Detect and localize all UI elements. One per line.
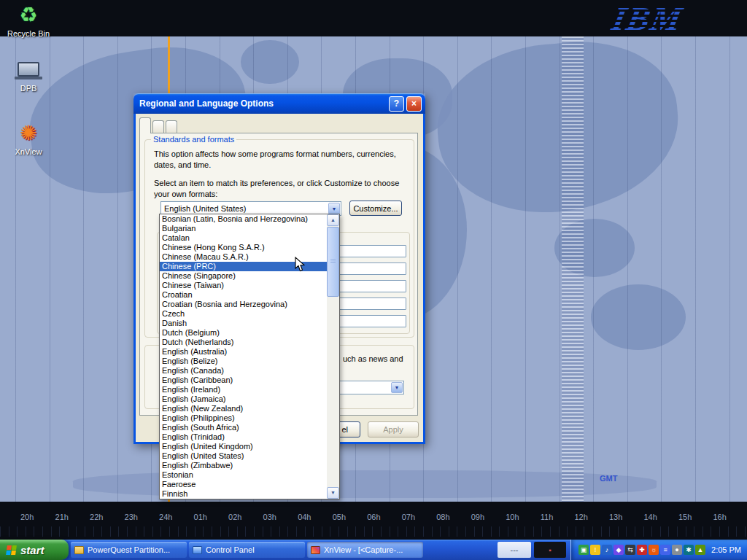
language-bar-icon[interactable]: ✱: [684, 545, 694, 555]
hour-label: 06h: [367, 513, 380, 521]
list-item[interactable]: Finnish: [160, 489, 327, 499]
xnview-icon: [311, 546, 320, 554]
hour-label: 01h: [194, 513, 207, 521]
list-item[interactable]: English (Trinidad): [160, 432, 327, 442]
list-item[interactable]: English (Australia): [160, 347, 327, 357]
mute-icon[interactable]: ●: [672, 545, 682, 555]
network-icon[interactable]: ⇆: [625, 545, 635, 555]
windows-flag-icon: [6, 545, 17, 555]
list-item[interactable]: English (United States): [160, 451, 327, 461]
graphics-utility-icon[interactable]: ▣: [578, 545, 589, 555]
timezone-hatched-band: [562, 36, 584, 502]
list-item[interactable]: English (New Zealand): [160, 404, 327, 413]
hour-label: 05h: [333, 513, 346, 521]
gmt-label: GMT: [600, 474, 617, 483]
folder-icon: [74, 546, 84, 554]
tab[interactable]: [166, 120, 177, 133]
location-text-fragment: uch as news and: [343, 354, 403, 363]
list-item[interactable]: Chinese (Hong Kong S.A.R.): [160, 243, 327, 252]
help-button[interactable]: ?: [389, 96, 404, 112]
list-item[interactable]: Bulgarian: [160, 224, 327, 233]
laptop-icon: [4, 57, 53, 82]
hour-label: 12h: [574, 513, 587, 521]
task-button[interactable]: XnView - [<Capture-...: [307, 542, 423, 558]
scroll-down-icon[interactable]: ▼: [327, 487, 339, 499]
list-item[interactable]: English (Zimbabwe): [160, 461, 327, 470]
list-item[interactable]: English (Canada): [160, 366, 327, 376]
volume-icon[interactable]: ♪: [602, 545, 612, 555]
dialog-title: Regional and Language Options: [139, 98, 387, 109]
list-item[interactable]: Bosnian (Latin, Bosnia and Herzegovina): [160, 214, 327, 224]
list-scrollbar[interactable]: ▲ ▼: [327, 214, 339, 499]
dialog-tabs: [139, 117, 179, 133]
security-alert-icon[interactable]: !: [590, 545, 600, 555]
format-dropdown-list: Bosnian (Latin, Bosnia and Herzegovina)B…: [159, 214, 340, 499]
hour-label: 15h: [678, 513, 692, 521]
list-item[interactable]: Catalan: [160, 233, 327, 243]
scrollbar-thumb[interactable]: [327, 227, 339, 297]
list-item[interactable]: English (Belize): [160, 357, 327, 366]
list-item[interactable]: Chinese (Taiwan): [160, 281, 327, 290]
standards-instruction: Select an item to match its preferences,…: [154, 178, 411, 199]
list-item[interactable]: Croatian: [160, 290, 327, 300]
list-item[interactable]: English (Jamaica): [160, 394, 327, 404]
hour-label: 23h: [125, 513, 138, 521]
close-button[interactable]: ×: [406, 96, 422, 112]
hour-label: 10h: [506, 513, 519, 521]
xnview-app-icon: ✺: [4, 120, 53, 145]
hour-label: 11h: [541, 513, 554, 521]
list-item[interactable]: English (Philippines): [160, 413, 327, 423]
system-tray: ▣!♪◆⇆✚☼≡●✱▲ 2:05 PM: [570, 540, 747, 560]
list-item[interactable]: Dutch (Netherlands): [160, 338, 327, 347]
removable-device-icon[interactable]: ▲: [695, 545, 705, 555]
task-buttons: PowerQuest Partition... Control Panel Xn…: [69, 542, 423, 558]
tray-icons: ▣!♪◆⇆✚☼≡●✱▲: [578, 545, 705, 555]
list-item[interactable]: Czech: [160, 309, 327, 319]
list-item[interactable]: Dutch (Belgium): [160, 328, 327, 338]
taskbar-overflow-button[interactable]: ---: [498, 542, 531, 558]
hour-ruler-ticks: [0, 526, 747, 537]
list-item[interactable]: English (United Kingdom): [160, 442, 327, 451]
list-item[interactable]: Faeroese: [160, 480, 327, 489]
recycle-bin-icon: ♻: [4, 2, 53, 27]
customize-button[interactable]: Customize...: [349, 201, 402, 216]
hour-label: 04h: [298, 513, 311, 521]
antivirus-icon[interactable]: ✚: [637, 545, 647, 555]
list-item[interactable]: Estonian: [160, 470, 327, 480]
hour-label: 20h: [20, 513, 34, 521]
hour-label: 22h: [90, 513, 103, 521]
dialog-titlebar[interactable]: Regional and Language Options ? ×: [133, 93, 425, 114]
tab[interactable]: [152, 120, 164, 133]
hour-label: 24h: [159, 513, 172, 521]
display-settings-icon[interactable]: ◆: [614, 545, 624, 555]
hour-labels: 20h21h22h23h24h01h02h03h04h05h06h07h08h0…: [0, 513, 747, 521]
list-item[interactable]: Croatian (Bosnia and Herzegovina): [160, 300, 327, 309]
hour-label: 02h: [228, 513, 241, 521]
control-panel-icon: [193, 546, 202, 554]
desktop-icon-label: XnView: [15, 147, 42, 156]
chevron-down-icon[interactable]: ▼: [328, 203, 340, 214]
desktop-icon-recycle-bin[interactable]: ♻ Recycle Bin: [4, 2, 53, 38]
list-item[interactable]: Danish: [160, 319, 327, 328]
hour-label: 16h: [713, 513, 727, 521]
group-label: Standards and formats: [151, 135, 236, 144]
list-item[interactable]: English (South Africa): [160, 423, 327, 432]
clipboard-icon[interactable]: ≡: [660, 545, 670, 555]
list-item[interactable]: English (Caribbean): [160, 376, 327, 385]
chevron-down-icon[interactable]: ▼: [391, 382, 403, 393]
task-scheduler-icon[interactable]: ☼: [649, 545, 659, 555]
apply-button: Apply: [368, 421, 419, 438]
desktop-icon-dpb[interactable]: DPB: [4, 57, 53, 93]
start-button[interactable]: start: [0, 540, 69, 560]
hour-label: 07h: [402, 513, 415, 521]
scroll-up-icon[interactable]: ▲: [327, 214, 339, 226]
desktop-icon-xnview[interactable]: ✺ XnView: [4, 120, 53, 156]
list-item[interactable]: English (Ireland): [160, 385, 327, 394]
format-combobox-value: English (United States): [164, 204, 247, 213]
hidden-window-button[interactable]: ▪: [534, 542, 566, 558]
task-button[interactable]: PowerQuest Partition...: [71, 542, 187, 558]
hour-label: 13h: [609, 513, 622, 521]
task-button[interactable]: Control Panel: [189, 542, 305, 558]
tab[interactable]: [139, 117, 151, 133]
ibm-logo: IBM: [608, 1, 686, 36]
